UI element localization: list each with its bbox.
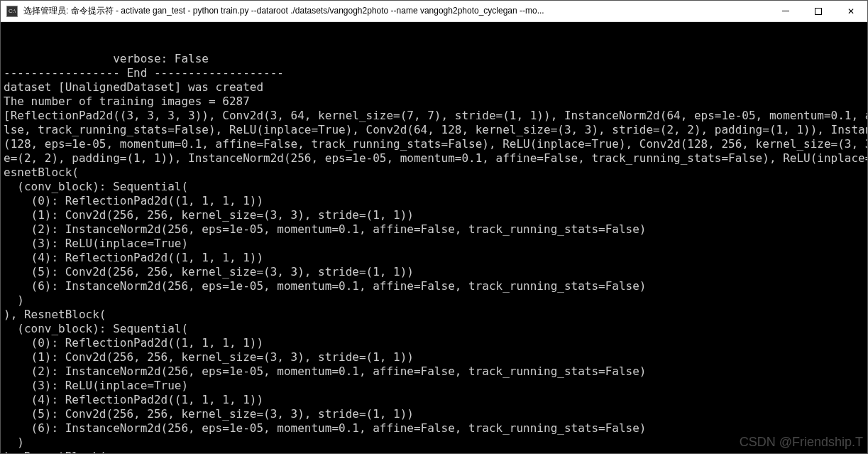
console-line: e=(2, 2), padding=(1, 1)), InstanceNorm2…	[4, 151, 864, 166]
console-line: ), ResnetBlock(	[4, 308, 864, 322]
console-line: (128, eps=1e-05, momentum=0.1, affine=Fa…	[4, 137, 864, 151]
window-controls	[769, 1, 867, 22]
window-title: 选择管理员: 命令提示符 - activate gan_test - pytho…	[23, 5, 769, 17]
console-line: esnetBlock(	[4, 166, 864, 180]
console-line: (5): Conv2d(256, 256, kernel_size=(3, 3)…	[4, 265, 864, 279]
console-line: (5): Conv2d(256, 256, kernel_size=(3, 3)…	[4, 407, 864, 421]
console-line: )	[4, 293, 864, 308]
console-line: [ReflectionPad2d((3, 3, 3, 3)), Conv2d(3…	[4, 109, 864, 123]
console-line: (conv_block): Sequential(	[4, 180, 864, 194]
minimize-icon	[782, 11, 789, 11]
console-line: The number of training images = 6287	[4, 94, 864, 109]
maximize-button[interactable]	[802, 1, 835, 22]
console-line: (4): ReflectionPad2d((1, 1, 1, 1))	[4, 393, 864, 407]
console-line: (3): ReLU(inplace=True)	[4, 237, 864, 251]
console-line: ), ResnetBlock(	[4, 450, 864, 453]
cmd-icon: C:\	[6, 6, 18, 17]
close-button[interactable]	[835, 1, 867, 22]
console-line: (0): ReflectionPad2d((1, 1, 1, 1))	[4, 336, 864, 350]
console-line: (3): ReLU(inplace=True)	[4, 379, 864, 393]
console-output: verbose: False----------------- End ----…	[4, 52, 864, 453]
console-line: (conv_block): Sequential(	[4, 322, 864, 336]
console-line: (2): InstanceNorm2d(256, eps=1e-05, mome…	[4, 222, 864, 237]
console-line: (1): Conv2d(256, 256, kernel_size=(3, 3)…	[4, 350, 864, 364]
close-icon	[847, 6, 855, 16]
console-line: )	[4, 436, 864, 450]
console-line: (4): ReflectionPad2d((1, 1, 1, 1))	[4, 251, 864, 265]
console-line: (0): ReflectionPad2d((1, 1, 1, 1))	[4, 194, 864, 208]
console-line: (6): InstanceNorm2d(256, eps=1e-05, mome…	[4, 421, 864, 436]
console-area[interactable]: verbose: False----------------- End ----…	[1, 22, 867, 453]
console-line: lse, track_running_stats=False), ReLU(in…	[4, 123, 864, 137]
console-line: dataset [UnalignedDataset] was created	[4, 80, 864, 94]
maximize-icon	[815, 8, 822, 15]
console-line: (2): InstanceNorm2d(256, eps=1e-05, mome…	[4, 364, 864, 379]
minimize-button[interactable]	[769, 1, 802, 22]
console-line: ----------------- End ------------------…	[4, 66, 864, 80]
console-line: (6): InstanceNorm2d(256, eps=1e-05, mome…	[4, 279, 864, 293]
console-line: verbose: False	[4, 52, 864, 66]
titlebar[interactable]: C:\ 选择管理员: 命令提示符 - activate gan_test - p…	[1, 1, 867, 22]
window-frame: C:\ 选择管理员: 命令提示符 - activate gan_test - p…	[0, 0, 868, 454]
console-line: (1): Conv2d(256, 256, kernel_size=(3, 3)…	[4, 208, 864, 222]
